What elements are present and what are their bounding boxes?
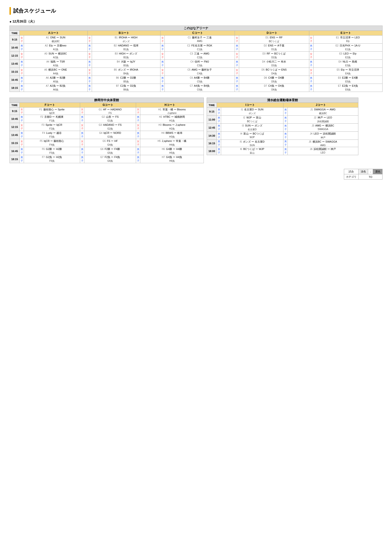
time-cell: 10:45	[10, 44, 20, 52]
gender-cell: 女子	[309, 52, 313, 60]
game-cell-bottom: G4負	[84, 143, 136, 147]
court-F-header: Fコート	[20, 103, 80, 108]
venue2-block: 静岡市中央体育館 TIME Fコート Gコート Hコート 9:15女子F1 藤枝…	[9, 97, 204, 163]
game-cell-top: B7 C2負 ー D2負	[92, 84, 161, 88]
gender-cell: 男子	[80, 131, 84, 139]
table-row: 18:00男子I6 BCつくば ー WJP男子J6 浜松開誠館 ー 神戸	[207, 147, 358, 151]
game-cell-top: C2 FE名古屋 ー RGK	[165, 44, 235, 48]
legend-match-label: 試合	[344, 169, 359, 174]
game-cell-top: A6 A2勝 ー B2勝	[24, 76, 88, 80]
game-cell-top: B1 IROHA ー HIGH	[92, 35, 161, 40]
game-cell-bottom: A5負	[24, 80, 88, 84]
date-heading: 12月26日（火）	[9, 19, 383, 24]
table-row: A5負B5負C5負D5負E5負	[10, 80, 383, 84]
game-cell-bottom: C2負	[165, 56, 235, 60]
time-cell: 9:15	[10, 35, 20, 44]
time-cell: 16:45	[10, 147, 20, 155]
gender-cell: 女子	[136, 108, 140, 115]
game-cell-bottom: E1負	[313, 48, 382, 52]
game-cell-top: B5 ポンズ ー IROHA	[92, 68, 161, 72]
game-cell-bottom: C5負	[165, 80, 235, 84]
time-cell: 15:15	[10, 68, 20, 76]
legend-dash: -	[368, 169, 373, 174]
game-cell-bottom: Ety	[313, 40, 382, 44]
table-row: 18:15男子F7 G2負 ー H2負男子G7 F2負 ー F4負男子H7 G4…	[10, 155, 204, 159]
table-row: 9:15男子I1 名古屋D ー SUN男子J1 SWAGGA ー AMG	[207, 108, 358, 112]
game-cell-bottom: E3負	[313, 64, 382, 68]
gender-cell: 男子	[309, 76, 313, 84]
gender-cell: 女子	[87, 68, 92, 76]
table-row: F6負G6負H6負	[10, 159, 204, 163]
game-cell-top: B4 大阪 ー bjJY	[92, 60, 161, 64]
gender-cell: 女子	[20, 35, 24, 44]
game-cell-top: C7 A4負 ー B4負	[165, 84, 235, 88]
game-cell-bottom: SWAGGA	[288, 128, 358, 132]
game-cell-bottom: B1負	[92, 48, 161, 52]
gender-cell: 男子	[217, 116, 221, 124]
table-row: 16:45男子A6 A2勝 ー B2勝男子B6 C2勝 ー D2勝男子C6 A4…	[10, 76, 383, 80]
game-cell-bottom: 富山	[221, 151, 283, 155]
gender-cell: 男子	[235, 44, 239, 52]
time-col2-header: TIME	[10, 103, 20, 108]
game-cell-top: A5 横浜BC ー ONE	[24, 68, 88, 72]
game-cell-bottom: H4負	[140, 143, 204, 147]
game-cell-top: C6 A4勝 ー B4勝	[165, 76, 235, 80]
game-cell-bottom: BCつくば	[239, 40, 309, 44]
game-cell-top: J2 神戸 ー LEO	[288, 116, 358, 120]
table-row: 名古屋DSWAGGA	[207, 128, 358, 132]
game-cell-top: E1 市立沼津 ー LEO	[313, 35, 382, 40]
time-cell: 9:15	[10, 108, 20, 115]
game-cell-bottom: 名古屋D	[221, 128, 283, 132]
court-J-header: Jコート	[283, 103, 358, 108]
game-cell-top: C1 藤村女子 ー 三遠	[165, 35, 235, 40]
game-cell-top: J1 SWAGGA ー AMG	[288, 108, 358, 112]
game-cell-bottom: B5負	[92, 80, 161, 84]
gender-cell: 男子	[161, 44, 165, 52]
game-cell-top: D5 BCつくば ー ENS	[239, 68, 309, 72]
game-cell-bottom: G6負	[84, 159, 136, 163]
game-cell-top: D3 RF ー BCつくば	[239, 52, 309, 56]
gender-cell: 女子	[309, 35, 313, 44]
court-C-header: Cコート	[161, 31, 235, 35]
page-title-block: 試合スケジュール	[9, 7, 383, 15]
legend-dark-color: 濃色	[373, 169, 383, 174]
gender-cell: 女子	[20, 68, 24, 76]
game-cell-top: I1 名古屋D ー SUN	[221, 108, 283, 112]
game-cell-bottom: AMG	[165, 40, 235, 44]
game-cell-top: H4 BBWS ー 岐阜	[140, 131, 204, 135]
game-cell-top: A4 福島 ー TSR	[24, 60, 88, 64]
table-row: A6負B6負C6負D6負E6負	[10, 88, 383, 92]
game-cell-top: E7 E2負 ー E4負	[313, 84, 382, 88]
gender-cell: 男子	[161, 60, 165, 68]
gender-cell: 男子	[309, 44, 313, 52]
game-cell-top: E6 E2勝 ー E4勝	[313, 76, 382, 80]
gender-cell: 男子	[20, 76, 24, 84]
gender-cell: 女子	[87, 35, 92, 44]
game-cell-bottom: E5負	[313, 80, 382, 84]
game-cell-bottom: B4負	[92, 72, 161, 76]
game-cell-bottom: A4負	[24, 72, 88, 76]
gender-cell: 男子	[136, 115, 140, 123]
table-row: A2負B2負C2負D2負E2負	[10, 56, 383, 60]
venue3-table: 清水総合運動場体育館 TIME Iコート Jコート 9:15男子I1 名古屋D …	[207, 97, 358, 155]
game-cell-top: G2 山形 ー FS	[84, 115, 136, 119]
table-row: 16:45男子F6 G2勝 ー H2勝男子G6 F2勝 ー F4勝男子H6 G4…	[10, 147, 204, 151]
game-cell-top: F5 bjCR ー 藤枝順心	[24, 139, 80, 143]
gender-cell: 女子	[80, 123, 84, 131]
table-row: 18:15男子A7 A2負 ー B2負男子B7 C2負 ー D2負男子C7 A4…	[10, 84, 383, 88]
game-cell-top: I2 WJP ー 富山	[221, 116, 283, 120]
game-cell-bottom: bjCR	[24, 111, 80, 115]
gender-cell: 女子	[235, 35, 239, 44]
game-cell-top: E3 LEO ー Ety	[313, 52, 382, 56]
gender-cell: 男子	[20, 115, 24, 123]
gender-cell: 男子	[20, 131, 24, 139]
time-cell: 11:00	[207, 116, 217, 124]
gender-cell: 男子	[283, 140, 288, 147]
court-E-header: Eコート	[309, 31, 382, 35]
table-row: 11:00男子I2 WJP ー 富山男子J2 神戸 ー LEO	[207, 116, 358, 120]
game-cell-bottom: B6負	[92, 88, 161, 92]
table-row: bjCRFSJ,sphere	[10, 111, 204, 115]
game-cell-bottom: C3負	[165, 64, 235, 68]
game-cell-bottom: D6負	[239, 88, 309, 92]
time-cell: 14:30	[207, 132, 217, 140]
